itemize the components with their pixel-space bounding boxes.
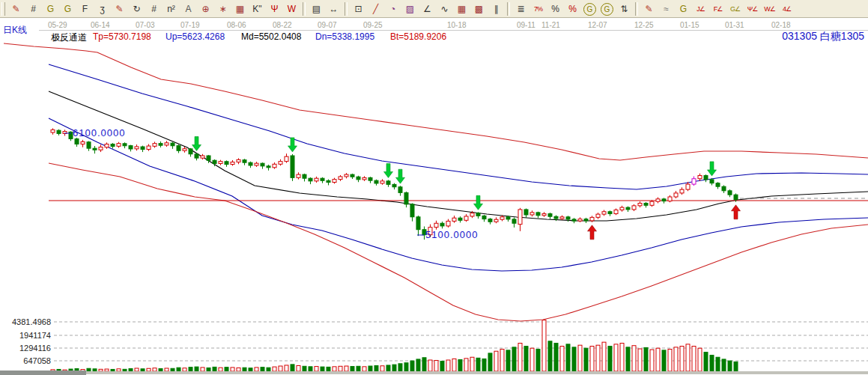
volume-bar <box>698 348 702 371</box>
channel-line-up <box>49 64 868 189</box>
candle <box>183 149 186 151</box>
candle <box>374 180 378 183</box>
volume-bar <box>734 362 738 371</box>
candle <box>410 204 414 217</box>
candle <box>728 191 732 195</box>
volume-bar <box>512 347 516 371</box>
volume-bar <box>416 359 420 371</box>
volume-bar <box>380 366 384 371</box>
volume-bar <box>686 344 690 371</box>
candle <box>632 206 636 210</box>
candle <box>440 223 444 226</box>
candle <box>129 146 133 149</box>
volume-bar <box>662 350 666 371</box>
volume-bar <box>339 366 342 371</box>
x-axis-date-label: 10-18 <box>447 21 467 29</box>
channel-line-bt <box>49 163 868 321</box>
candle <box>177 146 180 151</box>
volume-bar <box>392 365 396 371</box>
horizontal-scrollbar-track[interactable] <box>0 371 868 374</box>
candle <box>153 144 157 147</box>
volume-bar <box>704 353 708 371</box>
candle <box>398 187 402 193</box>
candle <box>105 144 109 147</box>
candle <box>327 180 330 182</box>
candle <box>530 213 534 215</box>
x-axis-date-label: 08-06 <box>227 21 246 29</box>
candle <box>482 216 486 219</box>
candle <box>195 154 198 158</box>
candle <box>267 166 270 168</box>
candle <box>147 146 151 150</box>
volume-bar <box>542 320 546 371</box>
candle <box>404 192 408 204</box>
candle <box>524 210 528 215</box>
candle <box>237 159 240 162</box>
candle <box>249 162 252 165</box>
candle <box>644 203 648 205</box>
sell-arrow-icon <box>708 162 717 176</box>
sell-arrow-icon <box>396 169 405 183</box>
candle <box>339 177 342 180</box>
candle <box>99 147 103 150</box>
volume-bar <box>297 366 300 371</box>
candle <box>231 162 234 164</box>
volume-bar <box>590 347 594 371</box>
low-price-annotation: 5100.0000 <box>425 229 478 240</box>
candle <box>734 195 738 199</box>
candle <box>626 207 630 210</box>
x-axis-date-label: 09-11 <box>517 21 535 29</box>
volume-bar <box>428 360 432 371</box>
candle <box>333 180 336 183</box>
candle <box>213 160 216 163</box>
candle <box>380 181 384 183</box>
volume-bar <box>650 350 654 371</box>
candle <box>297 174 300 177</box>
volume-bar <box>602 342 606 371</box>
volume-bar <box>494 351 498 371</box>
volume-bar <box>356 366 360 371</box>
candle <box>476 213 480 216</box>
candle <box>608 212 612 214</box>
candle <box>225 162 228 165</box>
x-axis-date-label: 07-19 <box>180 21 200 29</box>
candle <box>668 197 672 201</box>
chart-canvas[interactable]: 4381.4968194117412941166470586100.000051… <box>0 0 868 375</box>
candle <box>554 216 558 219</box>
candle <box>536 213 540 216</box>
candle <box>207 156 210 160</box>
volume-bar <box>632 346 636 371</box>
x-axis-date-label: 01-15 <box>680 21 699 29</box>
volume-bar <box>614 344 618 371</box>
horizontal-scrollbar-thumb[interactable] <box>0 371 86 375</box>
candle <box>345 174 348 177</box>
candle <box>291 156 294 177</box>
volume-bar <box>368 366 372 371</box>
volume-bar <box>524 347 528 371</box>
volume-bar <box>644 347 648 371</box>
candle <box>165 143 169 145</box>
candle <box>111 144 115 147</box>
volume-bar <box>692 347 696 371</box>
volume-axis-label: 647058 <box>23 356 51 365</box>
x-axis-date-label: 09-25 <box>363 21 383 29</box>
volume-bar <box>620 344 624 371</box>
candle <box>51 129 55 132</box>
candle <box>57 130 61 133</box>
candle <box>416 217 420 230</box>
volume-bar <box>572 347 576 371</box>
candle <box>141 147 145 150</box>
channel-line-md <box>49 91 868 221</box>
candle <box>321 178 324 180</box>
volume-bar <box>285 365 288 371</box>
candle <box>662 199 666 201</box>
sell-arrow-icon <box>192 136 201 150</box>
x-axis-date-label: 08-22 <box>273 21 292 29</box>
candle <box>303 174 306 178</box>
x-axis-date-label: 12-07 <box>588 21 607 29</box>
candle <box>698 176 702 179</box>
candle <box>135 147 139 149</box>
x-axis-date-label: 06-14 <box>91 21 110 29</box>
candle <box>704 176 708 180</box>
sell-arrow-icon <box>474 195 483 210</box>
